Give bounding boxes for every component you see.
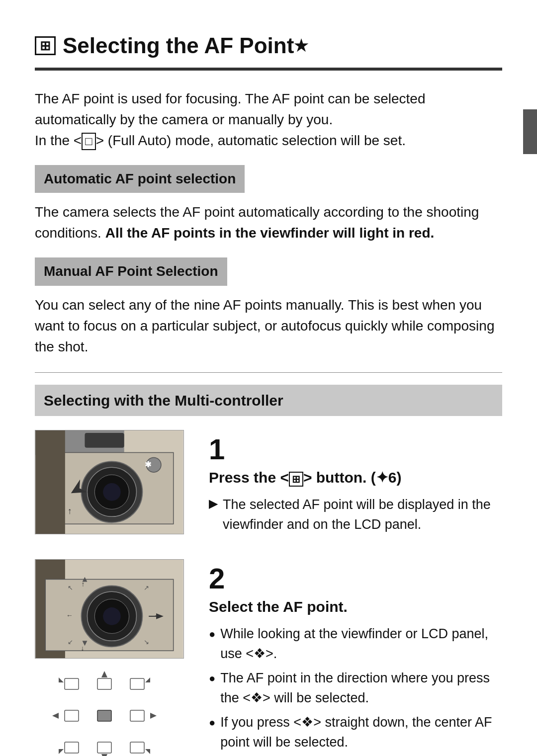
intro-line3: In the <□> (Full Auto) mode, automatic s…: [35, 133, 406, 148]
step2-number: 2: [209, 564, 502, 593]
svg-text:↑: ↑: [68, 506, 72, 516]
step1-number: 1: [209, 435, 502, 464]
af-button-icon: ⊞: [289, 472, 303, 487]
arrow-bullet-icon: ▶: [209, 495, 218, 512]
step1-row: ✱ ↑ 1 Press the <⊞> button. (✦6) ▶ The s…: [35, 430, 502, 543]
bullet-dot-1: ●: [209, 626, 215, 642]
intro-line2: automatically by the camera or manually …: [35, 112, 333, 127]
svg-rect-29: [130, 678, 144, 689]
svg-marker-38: [52, 713, 59, 719]
step1-title: Press the <⊞> button. (✦6): [209, 467, 502, 489]
svg-rect-35: [130, 742, 144, 753]
step2-bullet-1-text: While looking at the viewfinder or LCD p…: [220, 624, 502, 664]
manual-section: Manual AF Point Selection You can select…: [35, 257, 502, 357]
intro-line1: The AF point is used for focusing. The A…: [35, 91, 426, 106]
automatic-section: Automatic AF point selection The camera …: [35, 165, 502, 244]
step1-bullet: ▶ The selected AF point will be displaye…: [209, 495, 502, 535]
page-title: Selecting the AF Point: [63, 30, 294, 62]
side-tab: [523, 109, 537, 154]
step1-image-col: ✱ ↑: [35, 430, 194, 543]
automatic-section-content: The camera selects the AF point automati…: [35, 202, 502, 244]
svg-text:↗: ↗: [144, 585, 149, 592]
svg-text:↑: ↑: [82, 581, 85, 588]
step2-image-col: ↑ ↓ ← → ↖ ↗ ↙ ↘: [35, 559, 194, 756]
svg-rect-27: [65, 678, 79, 689]
step2-bullet-2-text: The AF point in the direction where you …: [220, 668, 502, 708]
svg-marker-37: [101, 754, 107, 756]
svg-marker-43: [145, 749, 150, 754]
step2-bullet-3: ● If you press <❖> straight down, the ce…: [209, 712, 502, 753]
svg-text:✱: ✱: [145, 461, 152, 469]
svg-rect-34: [97, 742, 111, 753]
automatic-section-header: Automatic AF point selection: [35, 165, 245, 193]
svg-marker-42: [59, 749, 64, 754]
svg-rect-33: [65, 742, 79, 753]
section-divider: [35, 372, 502, 373]
camera-image-2: ↑ ↓ ← → ↖ ↗ ↙ ↘: [35, 559, 184, 659]
bullet-dot-2: ●: [209, 670, 215, 686]
step1-text-col: 1 Press the <⊞> button. (✦6) ▶ The selec…: [209, 430, 502, 539]
svg-text:↓: ↓: [81, 645, 85, 653]
page-title-section: ⊞ Selecting the AF Point★: [35, 30, 502, 71]
svg-marker-41: [145, 677, 150, 682]
svg-rect-30: [65, 710, 79, 721]
svg-rect-5: [85, 433, 124, 448]
step2-bullet-1: ● While looking at the viewfinder or LCD…: [209, 624, 502, 664]
svg-text:←: ←: [66, 611, 73, 619]
title-star: ★: [294, 34, 308, 57]
step1-bullet-text: The selected AF point will be displayed …: [223, 495, 502, 535]
svg-text:↖: ↖: [68, 585, 73, 592]
svg-rect-28: [97, 678, 111, 689]
step2-bullet-2: ● The AF point in the direction where yo…: [209, 668, 502, 708]
af-point-icon: ⊞: [35, 36, 56, 55]
manual-section-content: You can select any of the nine AF points…: [35, 295, 502, 357]
step2-bullet-3-text: If you press <❖> straight down, the cent…: [220, 712, 502, 753]
manual-section-header: Manual AF Point Selection: [35, 257, 227, 286]
svg-rect-31: [97, 710, 111, 721]
step2-row: ↑ ↓ ← → ↖ ↗ ↙ ↘: [35, 559, 502, 756]
full-auto-icon: □: [82, 133, 96, 150]
svg-marker-39: [150, 713, 157, 719]
multicontroller-header: Selecting with the Multi-controller: [35, 385, 502, 417]
step2-title: Select the AF point.: [209, 596, 502, 618]
svg-text:↙: ↙: [68, 639, 73, 646]
svg-marker-40: [59, 677, 64, 682]
intro-paragraph: The AF point is used for focusing. The A…: [35, 88, 502, 151]
svg-marker-36: [101, 671, 107, 677]
svg-rect-32: [130, 710, 144, 721]
af-points-diagram: [50, 669, 159, 756]
bullet-dot-3: ●: [209, 714, 215, 731]
camera-image-1: ✱ ↑: [35, 430, 184, 534]
automatic-text-bold: All the AF points in the viewfinder will…: [105, 225, 435, 241]
camera-svg-2: ↑ ↓ ← → ↖ ↗ ↙ ↘: [35, 560, 183, 658]
svg-point-4: [103, 483, 121, 501]
step2-text-col: 2 Select the AF point. ● While looking a…: [209, 559, 502, 756]
svg-point-14: [103, 608, 121, 626]
camera-svg-1: ✱ ↑: [35, 430, 183, 534]
svg-text:↘: ↘: [144, 639, 149, 646]
